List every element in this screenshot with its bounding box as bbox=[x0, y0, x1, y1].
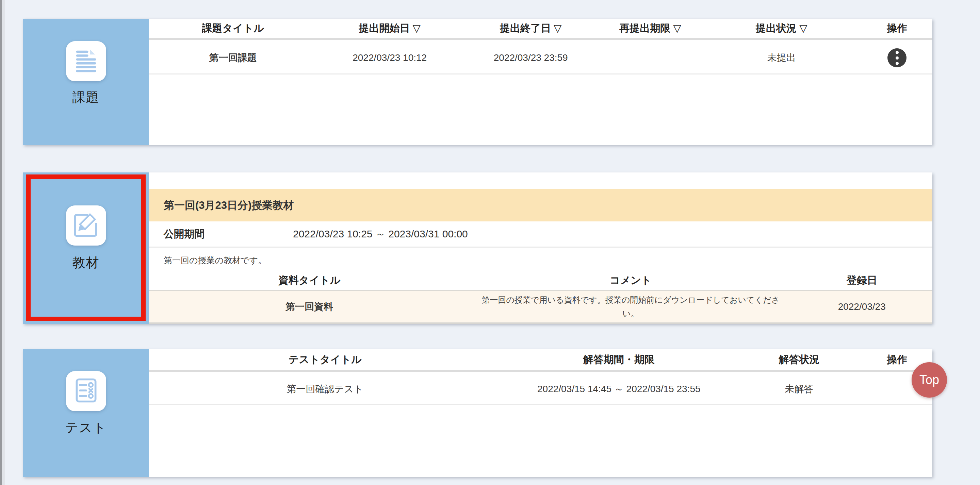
open-period-value: 2022/03/23 10:25 ～ 2023/03/31 00:00 bbox=[293, 227, 468, 241]
assignment-row: 第一回課題 2022/03/23 10:12 2022/03/23 23:59 … bbox=[149, 42, 932, 75]
assignment-icon-box bbox=[66, 41, 106, 81]
sidebar-label-assignments: 課題 bbox=[23, 89, 149, 106]
assignment-start: 2022/03/23 10:12 bbox=[317, 52, 462, 63]
col-assignment-title: 課題タイトル bbox=[149, 21, 317, 35]
assignments-header-row: 課題タイトル 提出開始日 ▽ 提出終了日 ▽ 再提出期限 ▽ 提出状況 ▽ 操作 bbox=[149, 19, 932, 40]
assignment-kebab-menu-button[interactable] bbox=[888, 48, 907, 67]
col-material-title: 資料タイトル bbox=[149, 274, 470, 288]
material-date: 2022/03/23 bbox=[791, 301, 932, 312]
scroll-to-top-button[interactable]: Top bbox=[912, 362, 947, 398]
materials-section: 教材 第一回(3月23日分)授業教材 公開期間 2022/03/23 10:25… bbox=[23, 172, 932, 324]
kebab-dot bbox=[896, 56, 899, 59]
document-icon bbox=[73, 47, 99, 75]
materials-icon-box bbox=[66, 205, 106, 246]
col-submit-start-sort[interactable]: 提出開始日 ▽ bbox=[317, 21, 462, 35]
col-test-status: 解答状況 bbox=[737, 353, 862, 367]
test-period: 2022/03/15 14:45 ～ 2022/03/15 23:55 bbox=[501, 383, 737, 396]
tests-table: テストタイトル 解答期間・期限 解答状況 操作 第一回確認テスト 2022/03… bbox=[149, 349, 932, 477]
materials-description: 第一回の授業の教材です。 bbox=[149, 249, 932, 272]
col-test-period: 解答期間・期限 bbox=[501, 353, 737, 367]
sidebar-tab-tests[interactable]: テスト bbox=[23, 349, 149, 477]
col-material-date: 登録日 bbox=[791, 274, 932, 288]
materials-banner-title: 第一回(3月23日分)授業教材 bbox=[149, 189, 932, 221]
sidebar-tab-assignments[interactable]: 課題 bbox=[23, 19, 149, 145]
red-highlight-frame bbox=[26, 175, 146, 321]
checklist-icon bbox=[73, 377, 99, 405]
kebab-dot bbox=[896, 62, 899, 65]
materials-panel: 第一回(3月23日分)授業教材 公開期間 2022/03/23 10:25 ～ … bbox=[149, 172, 932, 324]
window-edge-track bbox=[2, 0, 5, 485]
edit-icon bbox=[73, 211, 99, 239]
assignments-table: 課題タイトル 提出開始日 ▽ 提出終了日 ▽ 再提出期限 ▽ 提出状況 ▽ 操作… bbox=[149, 19, 932, 145]
assignment-title: 第一回課題 bbox=[149, 51, 317, 64]
tests-icon-box bbox=[66, 371, 106, 411]
materials-header-row: 資料タイトル コメント 登録日 bbox=[149, 272, 932, 289]
sidebar-tab-materials[interactable]: 教材 bbox=[23, 172, 149, 324]
sidebar-label-tests: テスト bbox=[23, 419, 149, 436]
test-title: 第一回確認テスト bbox=[149, 383, 501, 396]
col-material-comment: コメント bbox=[470, 274, 791, 288]
col-resubmit-deadline-sort[interactable]: 再提出期限 ▽ bbox=[599, 21, 701, 35]
assignment-status: 未提出 bbox=[701, 51, 862, 64]
col-test-title: テストタイトル bbox=[149, 353, 501, 367]
sidebar-label-materials: 教材 bbox=[23, 254, 149, 271]
assignments-section: 課題 課題タイトル 提出開始日 ▽ 提出終了日 ▽ 再提出期限 ▽ 提出状況 ▽… bbox=[23, 19, 932, 145]
col-submit-end-sort[interactable]: 提出終了日 ▽ bbox=[462, 21, 599, 35]
tests-header-row: テストタイトル 解答期間・期限 解答状況 操作 bbox=[149, 349, 932, 372]
col-submit-status-sort[interactable]: 提出状況 ▽ bbox=[701, 21, 862, 35]
open-period-row: 公開期間 2022/03/23 10:25 ～ 2023/03/31 00:00 bbox=[149, 221, 932, 248]
test-row: 第一回確認テスト 2022/03/15 14:45 ～ 2022/03/15 2… bbox=[149, 374, 932, 405]
material-comment: 第一回の授業で用いる資料です。授業の開始前にダウンロードしておいてください。 bbox=[470, 293, 791, 320]
kebab-dot bbox=[896, 51, 899, 54]
tests-section: テスト テストタイトル 解答期間・期限 解答状況 操作 第一回確認テスト 202… bbox=[23, 349, 932, 477]
material-row: 第一回資料 第一回の授業で用いる資料です。授業の開始前にダウンロードしておいてく… bbox=[149, 290, 932, 324]
open-period-label: 公開期間 bbox=[149, 227, 293, 241]
assignment-end: 2022/03/23 23:59 bbox=[462, 52, 599, 63]
material-title: 第一回資料 bbox=[149, 300, 470, 313]
col-actions: 操作 bbox=[862, 21, 932, 35]
test-status: 未解答 bbox=[737, 383, 862, 396]
